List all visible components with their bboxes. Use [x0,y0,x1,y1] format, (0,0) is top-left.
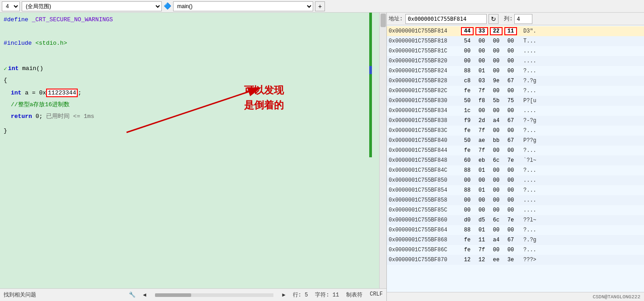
mem-addr-11: 0x0000001C755BF840 [389,137,461,144]
memory-row-3: 0x0000001C755BF820 00 00 00 00 .... [387,56,644,66]
mem-ascii-8: .... [523,108,536,114]
mem-byte-20-2: 00 [490,227,503,233]
scope-select[interactable]: (全局范围) [22,1,162,11]
mem-byte-17-1: 00 [475,197,488,203]
mem-byte-3-0: 00 [461,58,474,64]
return-val: 0; [36,113,46,120]
memory-addr-input[interactable] [405,14,487,24]
mem-byte-8-1: 00 [475,108,488,114]
mem-byte-8-3: 00 [504,108,517,114]
code-scrollbar-thumb[interactable] [381,14,386,27]
mem-byte-22-1: 7f [475,247,488,253]
memory-row-1: 0x0000001C755BF818 54 00 00 00 T... [387,36,644,46]
mem-byte-0-0: 44 [461,27,474,35]
code-panel-inner: #define _CRT_SECURE_NO_WARNINGS #include [0,13,386,288]
scroll-right-icon[interactable]: ▶ [282,292,286,298]
mem-byte-0-2: 22 [490,27,503,35]
mem-byte-22-2: 00 [490,247,503,253]
mem-byte-12-0: fe [461,147,474,154]
mem-byte-10-2: 00 [490,127,503,134]
mem-byte-10-0: fe [461,127,474,134]
mem-byte-13-0: 60 [461,157,474,164]
mem-byte-15-2: 00 [490,177,503,183]
var-rest: a = 0x [25,89,46,96]
func-select[interactable]: main() [173,1,313,11]
credit-text: CSDN@TANGLONG222 [592,294,640,300]
mem-byte-2-0: 00 [461,48,474,54]
mem-byte-16-1: 01 [475,187,488,193]
mem-byte-7-1: f8 [475,98,488,104]
memory-col-input[interactable] [514,14,532,24]
mem-byte-6-3: 00 [504,88,517,94]
return-text: return 0; 已用时间 <= 1ms [11,112,376,120]
mem-byte-5-3: 67 [504,78,517,84]
code-line-var-decl: int a = 0x11223344; [0,89,379,100]
mem-byte-23-3: 3e [504,257,517,263]
status-bar-right: 行: 5 字符: 11 制表符 CRLF [293,291,383,299]
mem-addr-23: 0x0000001C755BF870 [389,257,461,263]
close-brace-text: } [4,127,376,134]
line-number-select[interactable]: 4 [2,1,20,11]
mem-ascii-13: `?l~ [523,157,536,164]
char-info: 字符: 11 [315,291,339,299]
code-line-close-brace: } [0,127,379,139]
mem-bytes-7: 50 f8 5b 75 [461,98,520,104]
code-line-comment: //整型a存放16进制数 [0,100,379,112]
row-info: 行: 5 [293,291,308,299]
space3: main() [22,65,43,72]
mem-byte-13-1: eb [475,157,488,164]
mem-byte-19-0: d0 [461,217,474,223]
mem-addr-4: 0x0000001C755BF824 [389,68,461,74]
mem-bytes-17: 00 00 00 00 [461,197,520,203]
tab-info: 制表符 [346,291,362,299]
code-line-blank1 [0,28,379,40]
mem-bytes-5: c8 03 9e 67 [461,78,520,84]
h-scrollbar-thumb[interactable] [155,293,191,297]
code-scrollbar[interactable] [379,13,386,288]
mem-byte-4-2: 00 [490,68,503,74]
mem-byte-4-1: 01 [475,68,488,74]
mem-byte-12-1: 7f [475,147,488,154]
mem-byte-3-2: 00 [490,58,503,64]
mem-ascii-15: .... [523,177,536,183]
memory-row-11: 0x0000001C755BF840 50 ae bb 67 P??g [387,136,644,146]
main-container: 4 (全局范围) 🔷 main() + #define [0,0,644,301]
refresh-button[interactable]: ↻ [489,14,498,24]
mem-bytes-10: fe 7f 00 00 [461,127,520,134]
mem-bytes-2: 00 00 00 00 [461,48,520,54]
mem-ascii-9: ?-?g [523,118,536,124]
mem-bytes-8: 1c 00 00 00 [461,108,520,114]
add-button[interactable]: + [315,1,325,11]
scroll-left-icon[interactable]: ◀ [143,292,146,298]
memory-row-5: 0x0000001C755BF828 c8 03 9e 67 ?.?g [387,76,644,86]
mem-addr-6: 0x0000001C755BF82C [389,88,461,94]
memory-row-6: 0x0000001C755BF82C fe 7f 00 00 ?... [387,86,644,96]
define-text: #define _CRT_SECURE_NO_WARNINGS [4,16,376,23]
mem-byte-7-2: 5b [490,98,503,104]
green-bar [369,13,372,157]
memory-row-13: 0x0000001C755BF848 60 eb 6c 7e `?l~ [387,155,644,165]
memory-row-17: 0x0000001C755BF858 00 00 00 00 .... [387,195,644,205]
mem-byte-20-1: 01 [475,227,488,233]
mem-byte-14-2: 00 [490,167,503,174]
mem-byte-18-3: 00 [504,207,517,213]
mem-byte-23-2: ee [490,257,503,263]
mem-ascii-18: .... [523,207,536,213]
mem-byte-17-2: 00 [490,197,503,203]
mem-addr-3: 0x0000001C755BF820 [389,58,461,64]
mem-byte-5-0: c8 [461,78,474,84]
addr-label: 地址: [389,15,403,23]
blue-mark [369,66,372,74]
mem-ascii-21: ?.?g [523,237,536,243]
mem-ascii-4: ?... [523,68,536,74]
mem-byte-11-0: 50 [461,137,474,144]
mem-bytes-16: 88 01 00 00 [461,187,520,193]
horizontal-scrollbar[interactable] [155,293,273,297]
comment-text: //整型a存放16进制数 [11,100,70,108]
mem-byte-6-0: fe [461,88,474,94]
mem-byte-11-1: ae [475,137,488,144]
memory-row-10: 0x0000001C755BF83C fe 7f 00 00 ?... [387,126,644,136]
code-line-open-brace: { [0,77,379,89]
mem-byte-15-1: 00 [475,177,488,183]
mem-byte-22-3: 00 [504,247,517,253]
